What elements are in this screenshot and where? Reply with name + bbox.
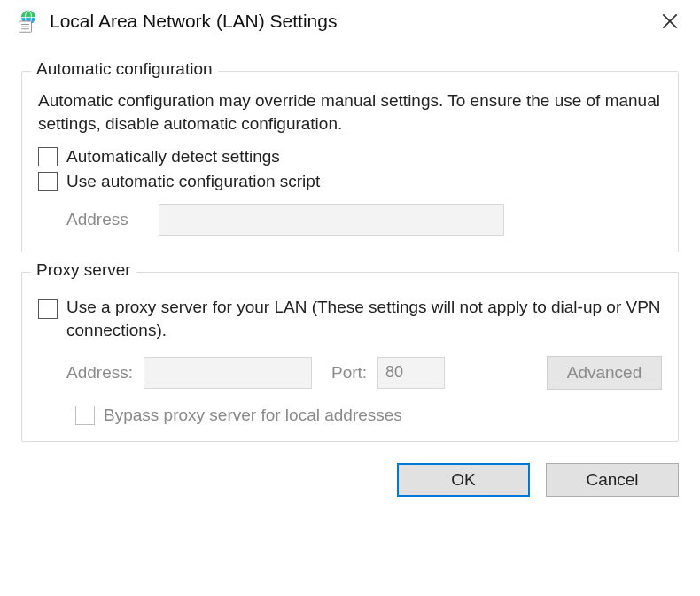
automatic-configuration-description: Automatic configuration may override man… [38, 89, 662, 135]
detect-settings-label: Automatically detect settings [66, 147, 280, 166]
config-script-label: Use automatic configuration script [66, 172, 320, 191]
proxy-port-input [377, 357, 445, 389]
script-address-row: Address [66, 204, 662, 236]
automatic-configuration-group: Automatic configuration Automatic config… [21, 71, 679, 252]
dialog-body: Automatic configuration Automatic config… [0, 43, 700, 442]
automatic-configuration-legend: Automatic configuration [31, 59, 218, 79]
detect-settings-checkbox[interactable] [38, 147, 58, 166]
use-proxy-row: Use a proxy server for your LAN (These s… [38, 296, 662, 341]
proxy-server-group: Proxy server Use a proxy server for your… [21, 272, 679, 441]
config-script-checkbox[interactable] [38, 172, 58, 191]
proxy-fields-row: Address: Port: Advanced [66, 356, 662, 390]
use-proxy-checkbox[interactable] [38, 299, 58, 319]
use-proxy-label: Use a proxy server for your LAN (These s… [66, 296, 662, 341]
proxy-port-label: Port: [331, 363, 367, 383]
cancel-button[interactable]: Cancel [546, 463, 679, 497]
bypass-label: Bypass proxy server for local addresses [104, 406, 402, 425]
config-script-row: Use automatic configuration script [38, 172, 662, 191]
script-address-input [159, 204, 504, 236]
bypass-checkbox [75, 406, 95, 425]
proxy-server-legend: Proxy server [31, 260, 136, 280]
script-address-label: Address [66, 210, 146, 229]
proxy-address-label: Address: [66, 363, 133, 383]
titlebar: Local Area Network (LAN) Settings [0, 0, 700, 43]
dialog-footer: OK Cancel [0, 451, 700, 497]
detect-settings-row: Automatically detect settings [38, 147, 662, 166]
window-title: Local Area Network (LAN) Settings [50, 11, 652, 32]
close-icon [662, 13, 678, 29]
proxy-address-input [144, 357, 312, 389]
ok-button[interactable]: OK [397, 463, 530, 497]
close-button[interactable] [652, 7, 688, 35]
network-settings-icon [16, 9, 41, 34]
bypass-row: Bypass proxy server for local addresses [75, 406, 662, 425]
advanced-button: Advanced [547, 356, 662, 390]
